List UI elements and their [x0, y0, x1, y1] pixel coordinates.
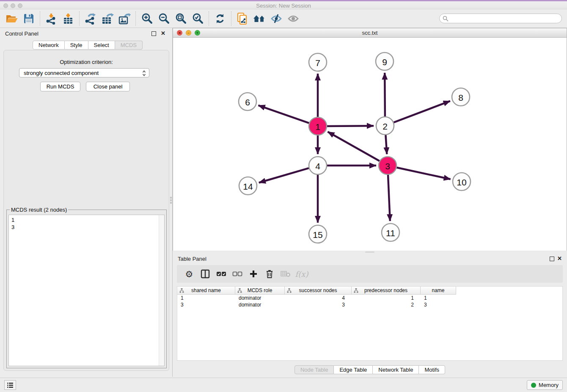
network-canvas[interactable]: 7968124314101511: [173, 38, 567, 251]
svg-text:2: 2: [383, 121, 388, 131]
table-cell[interactable]: 4: [285, 295, 352, 301]
graph-node-15[interactable]: 15: [309, 225, 327, 243]
graph-node-9[interactable]: 9: [376, 52, 394, 70]
table-panel: Table Panel ✕ ⚙: [173, 253, 567, 376]
svg-text:3: 3: [385, 161, 390, 171]
control-panel-close-button[interactable]: ✕: [161, 30, 165, 36]
graph-edge-1-2[interactable]: [327, 126, 374, 126]
table-cell[interactable]: 3: [421, 301, 456, 308]
mcds-panel: Optimization criterion: strongly connect…: [3, 50, 169, 371]
network-window: ✕ − + scc.txt 7968124314101511: [173, 28, 567, 251]
zoom-fit-button[interactable]: [172, 11, 189, 26]
new-network-from-selection-button[interactable]: [234, 11, 251, 26]
table-cell[interactable]: 1: [352, 295, 421, 301]
graph-node-7[interactable]: 7: [309, 53, 327, 71]
zoom-selected-button[interactable]: [189, 11, 206, 26]
mcds-result-list[interactable]: 1 3: [8, 215, 165, 366]
zoom-fit-icon: [175, 13, 187, 25]
unselect-all-columns-button[interactable]: [230, 267, 245, 281]
tab-node-table[interactable]: Node Table: [295, 365, 334, 374]
tab-network[interactable]: Network: [33, 41, 65, 50]
control-panel-float-button[interactable]: [151, 31, 156, 36]
import-table-button[interactable]: [60, 11, 77, 26]
graph-edge-3-1[interactable]: [328, 132, 380, 161]
graph-node-2[interactable]: 2: [376, 117, 394, 135]
show-column-button[interactable]: [198, 267, 212, 281]
optimization-criterion-select[interactable]: strongly connected component: [19, 68, 149, 77]
graph-edge-3-11[interactable]: [388, 175, 390, 221]
hide-selected-button[interactable]: [268, 11, 285, 26]
table-cell[interactable]: 3: [177, 301, 235, 308]
column-header-predecessor-nodes[interactable]: predecessor nodes: [352, 287, 421, 295]
tab-select[interactable]: Select: [88, 41, 115, 50]
show-all-button[interactable]: [285, 11, 302, 26]
tab-style[interactable]: Style: [65, 41, 88, 50]
graph-node-3[interactable]: 3: [379, 157, 396, 174]
apply-layout-button[interactable]: [251, 11, 268, 26]
export-table-icon: [101, 13, 114, 25]
graph-node-11[interactable]: 11: [382, 224, 399, 241]
search-input[interactable]: [451, 15, 556, 22]
table-settings-button[interactable]: ⚙: [182, 267, 196, 281]
refresh-view-button[interactable]: [212, 11, 228, 26]
graph-node-8[interactable]: 8: [452, 88, 470, 106]
table-cell[interactable]: 2: [352, 301, 421, 308]
table-row[interactable]: 1dominator411: [177, 295, 562, 301]
svg-text:9: 9: [382, 57, 387, 67]
zoom-in-button[interactable]: [138, 11, 155, 26]
delete-columns-button[interactable]: [262, 267, 277, 281]
tab-edge-table[interactable]: Edge Table: [334, 365, 373, 374]
refresh-icon: [214, 13, 226, 25]
table-cell[interactable]: 1: [177, 295, 235, 301]
close-panel-button[interactable]: Close panel: [86, 82, 130, 91]
control-panel-tabs: NetworkStyleSelectMCDS: [33, 41, 143, 50]
eye-slash-icon: [270, 13, 283, 24]
create-column-button[interactable]: [246, 267, 261, 281]
tab-mcds[interactable]: MCDS: [115, 41, 143, 50]
function-builder-button: f(x): [295, 267, 309, 281]
select-all-columns-button[interactable]: [214, 267, 228, 281]
result-scrollbar[interactable]: [159, 215, 164, 366]
table-panel-tabs: Node TableEdge TableNetwork TableMotifs: [173, 365, 567, 374]
export-table-button[interactable]: [99, 11, 116, 26]
task-history-button[interactable]: [4, 380, 16, 390]
column-header-mcds-role[interactable]: MCDS role: [235, 287, 285, 295]
table-cell[interactable]: dominator: [235, 295, 285, 301]
graph-node-6[interactable]: 6: [239, 93, 256, 110]
save-session-button[interactable]: [20, 11, 37, 26]
export-image-button[interactable]: [116, 11, 133, 26]
table-panel-float-button[interactable]: [550, 257, 554, 261]
graph-node-1[interactable]: 1: [309, 117, 327, 135]
network-window-titlebar[interactable]: ✕ − + scc.txt: [173, 28, 567, 38]
column-header-successor-nodes[interactable]: successor nodes: [285, 287, 352, 295]
svg-text:6: 6: [245, 97, 250, 107]
zoom-out-button[interactable]: [155, 11, 172, 26]
save-icon: [23, 13, 34, 24]
graph-edge-4-14[interactable]: [259, 168, 309, 182]
graph-edge-3-10[interactable]: [397, 168, 451, 179]
columns-icon: [201, 269, 210, 279]
graph-edge-2-8[interactable]: [394, 101, 450, 123]
graph-node-14[interactable]: 14: [239, 177, 257, 195]
tab-network-table[interactable]: Network Table: [373, 365, 419, 374]
graph-edge-2-9[interactable]: [385, 73, 385, 116]
vertical-splitter-handle[interactable]: [169, 195, 173, 206]
graph-edge-2-3[interactable]: [385, 135, 387, 154]
tab-motifs[interactable]: Motifs: [419, 365, 445, 374]
column-header-shared-name[interactable]: shared name: [177, 287, 235, 295]
export-network-button[interactable]: [82, 11, 99, 26]
run-mcds-button[interactable]: Run MCDS: [40, 82, 80, 91]
table-cell[interactable]: dominator: [235, 301, 285, 308]
graph-node-4[interactable]: 4: [309, 157, 327, 174]
column-tree-icon: [354, 288, 358, 293]
memory-button[interactable]: Memory: [527, 380, 563, 390]
table-panel-close-button[interactable]: ✕: [557, 255, 562, 262]
graph-node-10[interactable]: 10: [453, 173, 471, 190]
table-cell[interactable]: 1: [421, 295, 456, 301]
table-cell[interactable]: 3: [285, 301, 352, 308]
open-session-button[interactable]: [3, 11, 20, 26]
graph-edge-1-6[interactable]: [259, 105, 309, 123]
import-network-button[interactable]: [43, 11, 60, 26]
column-header-name[interactable]: name: [421, 287, 456, 295]
table-row[interactable]: 3dominator323: [177, 301, 562, 308]
